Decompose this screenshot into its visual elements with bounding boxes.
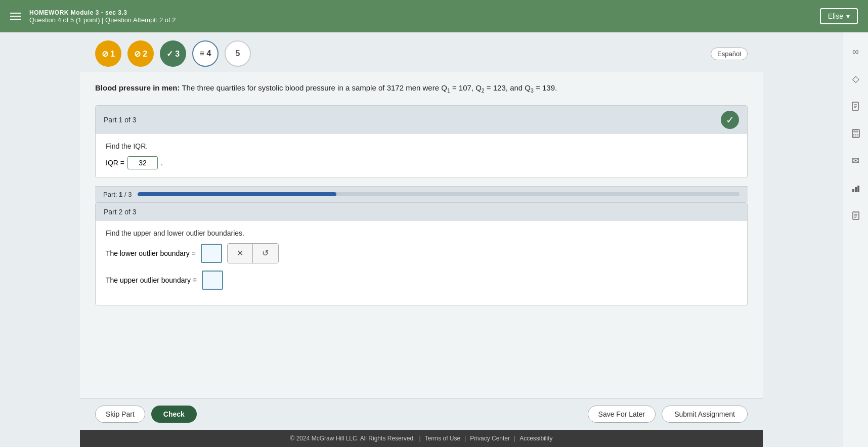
part2-instruction: Find the upper and lower outlier boundar… xyxy=(106,229,737,237)
lower-input-actions: ✕ ↺ xyxy=(227,243,279,263)
svg-rect-12 xyxy=(852,189,854,192)
upper-outlier-input[interactable] xyxy=(202,271,223,290)
part1-instruction: Find the IQR. xyxy=(106,142,737,150)
upper-outlier-label: The upper outlier boundary = xyxy=(106,276,197,284)
clipboard-icon-button[interactable] xyxy=(847,206,865,225)
question-3-badge[interactable]: ✓ 3 xyxy=(160,40,186,67)
lower-outlier-input[interactable] xyxy=(201,244,222,263)
svg-point-8 xyxy=(857,134,858,135)
skip-part-button[interactable]: Skip Part xyxy=(95,406,145,423)
document-icon-button[interactable] xyxy=(847,97,865,115)
menu-button[interactable] xyxy=(10,13,21,20)
svg-rect-13 xyxy=(855,187,857,192)
question-nav-left: ⊘ 1 ⊘ 2 ✓ 3 ≡ 4 5 xyxy=(95,40,251,67)
svg-point-10 xyxy=(855,136,856,137)
iqr-row: IQR = . xyxy=(106,156,737,169)
svg-rect-14 xyxy=(857,186,859,192)
check-button[interactable]: Check xyxy=(151,406,197,423)
question-4-badge[interactable]: ≡ 4 xyxy=(192,40,219,67)
top-header: HOMEWORK Module 3 - sec 3.3 Question 4 o… xyxy=(0,0,868,32)
svg-point-9 xyxy=(853,136,854,137)
right-sidebar: ∞ ◇ ✉ xyxy=(843,32,868,447)
part-progress-label: Part: 1 / 3 xyxy=(103,191,132,198)
content-wrapper: ⊘ 1 ⊘ 2 ✓ 3 ≡ 4 5 Español Blood pressure… xyxy=(80,32,763,447)
question-2-badge[interactable]: ⊘ 2 xyxy=(127,40,154,67)
part1-panel: Part 1 of 3 ✓ Find the IQR. IQR = . xyxy=(95,105,748,178)
iqr-label: IQR = xyxy=(106,159,124,167)
calculator-icon-button[interactable] xyxy=(847,124,865,143)
lower-clear-button[interactable]: ✕ xyxy=(228,244,253,263)
part1-header-label: Part 1 of 3 xyxy=(104,116,137,124)
lower-outlier-row: The lower outlier boundary = ✕ ↺ xyxy=(106,243,737,263)
upper-outlier-row: The upper outlier boundary = xyxy=(106,271,737,290)
svg-point-11 xyxy=(857,136,858,137)
part-sep: / xyxy=(122,191,128,198)
svg-point-7 xyxy=(855,134,856,135)
footer-privacy[interactable]: Privacy Center xyxy=(470,435,510,442)
progress-bar-track xyxy=(138,192,740,196)
espanol-button[interactable]: Español xyxy=(711,48,748,60)
diamond-icon-button[interactable]: ◇ xyxy=(847,70,865,88)
bottom-bar: Skip Part Check Save For Later Submit As… xyxy=(80,398,763,430)
infinity-icon-button[interactable]: ∞ xyxy=(847,42,865,61)
footer-copyright: © 2024 McGraw Hill LLC. All Rights Reser… xyxy=(290,435,415,442)
chart-icon-button[interactable] xyxy=(847,179,865,197)
part1-body: Find the IQR. IQR = . xyxy=(96,134,747,177)
part2-header: Part 2 of 3 xyxy=(96,203,747,221)
lower-outlier-label: The lower outlier boundary = xyxy=(106,249,196,257)
svg-point-6 xyxy=(853,134,854,135)
svg-rect-16 xyxy=(854,211,857,213)
iqr-suffix: . xyxy=(161,159,163,167)
iqr-input[interactable] xyxy=(127,156,158,169)
question-info: Question 4 of 5 (1 point) | Question Att… xyxy=(29,16,176,24)
lower-reset-button[interactable]: ↺ xyxy=(253,244,278,263)
user-menu-button[interactable]: Elise ▾ xyxy=(820,8,858,24)
question-text: Blood pressure in men: The three quartil… xyxy=(95,82,748,95)
bottom-right: Save For Later Submit Assignment xyxy=(588,406,748,423)
user-name: Elise xyxy=(828,12,843,20)
part2-header-label: Part 2 of 3 xyxy=(104,208,137,216)
module-title: HOMEWORK Module 3 - sec 3.3 xyxy=(29,9,176,16)
footer-accessibility[interactable]: Accessibility xyxy=(519,435,552,442)
main-area: ⊘ 1 ⊘ 2 ✓ 3 ≡ 4 5 Español Blood pressure… xyxy=(0,32,868,447)
part2-panel: Part 2 of 3 Find the upper and lower out… xyxy=(95,202,748,305)
part1-check-icon: ✓ xyxy=(721,111,739,129)
question-content: Blood pressure in men: The three quartil… xyxy=(80,72,763,398)
svg-rect-5 xyxy=(853,130,858,132)
part1-header: Part 1 of 3 ✓ xyxy=(96,106,747,134)
progress-bar-section: Part: 1 / 3 xyxy=(95,186,748,202)
part2-body: Find the upper and lower outlier boundar… xyxy=(96,221,747,305)
question-nav: ⊘ 1 ⊘ 2 ✓ 3 ≡ 4 5 Español xyxy=(80,32,763,72)
submit-assignment-button[interactable]: Submit Assignment xyxy=(662,406,748,423)
header-title: HOMEWORK Module 3 - sec 3.3 Question 4 o… xyxy=(29,9,176,24)
dropdown-arrow: ▾ xyxy=(846,12,850,20)
question-5-badge[interactable]: 5 xyxy=(225,40,251,67)
bottom-left: Skip Part Check xyxy=(95,406,197,423)
footer-terms[interactable]: Terms of Use xyxy=(425,435,461,442)
footer: © 2024 McGraw Hill LLC. All Rights Reser… xyxy=(80,430,763,447)
part-total: 3 xyxy=(128,191,132,198)
question-body: The three quartiles for systolic blood p… xyxy=(182,83,557,92)
mail-icon-button[interactable]: ✉ xyxy=(847,152,865,170)
question-bold-label: Blood pressure in men: xyxy=(95,83,180,92)
save-for-later-button[interactable]: Save For Later xyxy=(588,406,656,423)
progress-bar-fill xyxy=(138,192,336,196)
question-1-badge[interactable]: ⊘ 1 xyxy=(95,40,121,67)
